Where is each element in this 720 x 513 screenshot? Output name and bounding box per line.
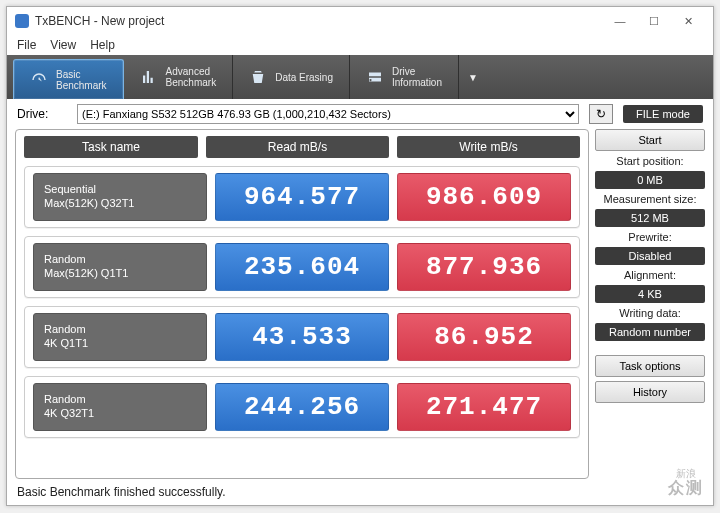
read-value: 964.577 bbox=[215, 173, 389, 221]
task-options-button[interactable]: Task options bbox=[595, 355, 705, 377]
prewrite-value[interactable]: Disabled bbox=[595, 247, 705, 265]
tab-basic-benchmark[interactable]: BasicBenchmark bbox=[13, 59, 124, 99]
minimize-button[interactable]: — bbox=[603, 15, 637, 27]
drive-select[interactable]: (E:) Fanxiang S532 512GB 476.93 GB (1,00… bbox=[77, 104, 579, 124]
writing-data-value[interactable]: Random number bbox=[595, 323, 705, 341]
start-position-label: Start position: bbox=[595, 155, 705, 167]
alignment-value[interactable]: 4 KB bbox=[595, 285, 705, 303]
table-row: RandomMax(512K) Q1T1 235.604 877.936 bbox=[24, 236, 580, 298]
drive-label: Drive: bbox=[17, 107, 67, 121]
title-bar: TxBENCH - New project — ☐ ✕ bbox=[7, 7, 713, 35]
results-panel: Task name Read mB/s Write mB/s Sequentia… bbox=[15, 129, 589, 479]
app-window: TxBENCH - New project — ☐ ✕ File View He… bbox=[6, 6, 714, 506]
drive-icon bbox=[366, 68, 384, 86]
col-read: Read mB/s bbox=[206, 136, 389, 158]
read-value: 43.533 bbox=[215, 313, 389, 361]
tabs-bar: BasicBenchmark AdvancedBenchmark Data Er… bbox=[7, 55, 713, 99]
task-cell: Random4K Q1T1 bbox=[33, 313, 207, 361]
gauge-icon bbox=[30, 71, 48, 89]
tab-data-erasing[interactable]: Data Erasing bbox=[233, 55, 350, 99]
tab-label: Advanced bbox=[166, 66, 217, 77]
tab-label: Benchmark bbox=[166, 77, 217, 88]
menu-bar: File View Help bbox=[7, 35, 713, 55]
write-value: 986.609 bbox=[397, 173, 571, 221]
refresh-button[interactable]: ↻ bbox=[589, 104, 613, 124]
read-value: 235.604 bbox=[215, 243, 389, 291]
file-mode-button[interactable]: FILE mode bbox=[623, 105, 703, 123]
prewrite-label: Prewrite: bbox=[595, 231, 705, 243]
start-button[interactable]: Start bbox=[595, 129, 705, 151]
close-button[interactable]: ✕ bbox=[671, 15, 705, 28]
status-bar: Basic Benchmark finished successfully. bbox=[7, 483, 713, 505]
erase-icon bbox=[249, 68, 267, 86]
app-icon bbox=[15, 14, 29, 28]
measurement-size-value[interactable]: 512 MB bbox=[595, 209, 705, 227]
bars-icon bbox=[140, 68, 158, 86]
table-row: Random4K Q1T1 43.533 86.952 bbox=[24, 306, 580, 368]
table-header: Task name Read mB/s Write mB/s bbox=[24, 136, 580, 158]
col-task: Task name bbox=[24, 136, 198, 158]
start-position-value[interactable]: 0 MB bbox=[595, 171, 705, 189]
table-row: SequentialMax(512K) Q32T1 964.577 986.60… bbox=[24, 166, 580, 228]
menu-view[interactable]: View bbox=[50, 38, 76, 52]
tab-advanced-benchmark[interactable]: AdvancedBenchmark bbox=[124, 55, 234, 99]
tab-label: Benchmark bbox=[56, 80, 107, 91]
tab-label: Drive bbox=[392, 66, 442, 77]
writing-data-label: Writing data: bbox=[595, 307, 705, 319]
alignment-label: Alignment: bbox=[595, 269, 705, 281]
menu-help[interactable]: Help bbox=[90, 38, 115, 52]
task-cell: SequentialMax(512K) Q32T1 bbox=[33, 173, 207, 221]
table-row: Random4K Q32T1 244.256 271.477 bbox=[24, 376, 580, 438]
task-cell: Random4K Q32T1 bbox=[33, 383, 207, 431]
col-write: Write mB/s bbox=[397, 136, 580, 158]
tabs-dropdown-icon[interactable]: ▼ bbox=[459, 55, 487, 99]
tab-drive-information[interactable]: DriveInformation bbox=[350, 55, 459, 99]
write-value: 86.952 bbox=[397, 313, 571, 361]
write-value: 271.477 bbox=[397, 383, 571, 431]
side-panel: Start Start position: 0 MB Measurement s… bbox=[595, 129, 705, 479]
drive-bar: Drive: (E:) Fanxiang S532 512GB 476.93 G… bbox=[7, 99, 713, 129]
menu-file[interactable]: File bbox=[17, 38, 36, 52]
tab-label: Basic bbox=[56, 69, 107, 80]
maximize-button[interactable]: ☐ bbox=[637, 15, 671, 28]
window-title: TxBENCH - New project bbox=[35, 14, 164, 28]
tab-label: Information bbox=[392, 77, 442, 88]
read-value: 244.256 bbox=[215, 383, 389, 431]
watermark: 新浪 众测 bbox=[668, 468, 704, 497]
measurement-size-label: Measurement size: bbox=[595, 193, 705, 205]
tab-label: Data Erasing bbox=[275, 72, 333, 83]
task-cell: RandomMax(512K) Q1T1 bbox=[33, 243, 207, 291]
write-value: 877.936 bbox=[397, 243, 571, 291]
history-button[interactable]: History bbox=[595, 381, 705, 403]
